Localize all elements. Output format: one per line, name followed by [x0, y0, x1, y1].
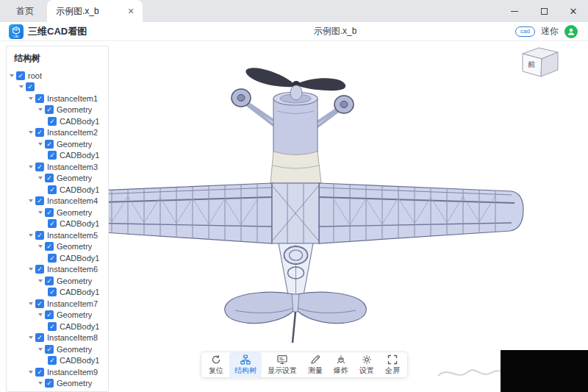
- tree-node[interactable]: ✓Geometry: [7, 173, 108, 185]
- tree-node[interactable]: ✓CADBody1: [7, 252, 108, 264]
- visibility-checkbox[interactable]: ✓: [35, 333, 44, 342]
- visibility-checkbox[interactable]: ✓: [48, 151, 57, 160]
- visibility-checkbox[interactable]: ✓: [45, 242, 54, 251]
- expand-arrow-icon[interactable]: [29, 302, 33, 305]
- mini-mode-label[interactable]: 迷你: [541, 25, 559, 38]
- expand-arrow-icon[interactable]: [29, 131, 33, 134]
- fullscreen-button[interactable]: 全屏: [380, 352, 405, 378]
- tree-node[interactable]: ✓InstanceItem7: [7, 298, 108, 310]
- visibility-checkbox[interactable]: ✓: [45, 345, 54, 354]
- visibility-checkbox[interactable]: ✓: [45, 208, 54, 217]
- tab-document[interactable]: 示例图.x_b ✕: [47, 0, 143, 22]
- tree-node[interactable]: ✓root: [7, 70, 108, 82]
- visibility-checkbox[interactable]: ✓: [45, 310, 54, 319]
- expand-arrow-icon[interactable]: [10, 74, 14, 77]
- visibility-checkbox[interactable]: ✓: [35, 368, 44, 377]
- expand-arrow-icon[interactable]: [29, 199, 33, 202]
- expand-arrow-icon[interactable]: [38, 279, 43, 282]
- expand-arrow-icon[interactable]: [38, 348, 43, 351]
- visibility-checkbox[interactable]: ✓: [45, 140, 54, 149]
- tree-node[interactable]: ✓Geometry: [7, 207, 108, 218]
- expand-arrow-icon[interactable]: [38, 108, 43, 111]
- tree-node-label: CADBody1: [60, 288, 99, 296]
- visibility-checkbox[interactable]: ✓: [45, 379, 54, 388]
- tab-home[interactable]: 首页: [0, 0, 47, 22]
- tree-node[interactable]: ✓InstanceItem2: [7, 127, 108, 139]
- tree-node[interactable]: ✓CADBody1: [7, 355, 108, 367]
- settings-button[interactable]: 设置: [354, 352, 379, 378]
- visibility-checkbox[interactable]: ✓: [35, 128, 44, 137]
- measure-button[interactable]: 测量: [303, 352, 328, 378]
- visibility-checkbox[interactable]: ✓: [48, 219, 57, 228]
- tree-node[interactable]: ✓Geometry: [7, 241, 108, 253]
- minimize-button[interactable]: [500, 0, 529, 22]
- tree-node[interactable]: ✓CADBody1: [7, 218, 108, 230]
- tree-node[interactable]: ✓: [7, 82, 108, 93]
- visibility-checkbox[interactable]: ✓: [35, 196, 44, 205]
- expand-arrow-icon[interactable]: [29, 336, 33, 339]
- reset-view-button[interactable]: 复位: [204, 352, 229, 378]
- app-logo-icon: CAD: [9, 24, 24, 39]
- visibility-checkbox[interactable]: ✓: [45, 277, 54, 285]
- visibility-checkbox[interactable]: ✓: [45, 105, 54, 114]
- maximize-button[interactable]: [529, 0, 559, 22]
- visibility-checkbox[interactable]: ✓: [26, 82, 35, 91]
- customer-service-icon[interactable]: [564, 25, 578, 38]
- visibility-checkbox[interactable]: ✓: [48, 254, 57, 263]
- visibility-checkbox[interactable]: ✓: [35, 265, 44, 274]
- tree-node[interactable]: ✓CADBody1: [7, 115, 108, 127]
- visibility-checkbox[interactable]: ✓: [35, 299, 44, 308]
- tree-node[interactable]: ✓CADBody1: [7, 184, 108, 196]
- visibility-checkbox[interactable]: ✓: [16, 71, 25, 80]
- tree-node[interactable]: ✓CADBody1: [7, 287, 108, 299]
- visibility-checkbox[interactable]: ✓: [45, 174, 54, 182]
- minimize-icon: [511, 11, 518, 12]
- tree-node[interactable]: ✓InstanceItem3: [7, 161, 108, 173]
- explode-button[interactable]: 爆炸: [329, 352, 354, 378]
- bottom-toolbar: 复位 结构树 显示设置 测量: [201, 352, 408, 378]
- structure-tree-button[interactable]: 结构树: [229, 352, 262, 378]
- visibility-checkbox[interactable]: ✓: [48, 322, 57, 331]
- tree-node[interactable]: ✓InstanceItem6: [7, 264, 108, 276]
- tree-node[interactable]: ✓Geometry: [7, 104, 108, 116]
- expand-arrow-icon[interactable]: [29, 371, 33, 374]
- expand-arrow-icon[interactable]: [19, 85, 24, 88]
- expand-arrow-icon[interactable]: [38, 211, 43, 214]
- expand-arrow-icon[interactable]: [38, 177, 43, 179]
- expand-arrow-icon[interactable]: [38, 382, 43, 385]
- expand-arrow-icon[interactable]: [38, 245, 43, 248]
- visibility-checkbox[interactable]: ✓: [35, 163, 44, 171]
- visibility-checkbox[interactable]: ✓: [35, 94, 44, 103]
- tree-node[interactable]: ✓Geometry: [7, 310, 108, 321]
- expand-arrow-icon[interactable]: [38, 313, 43, 316]
- expand-arrow-icon[interactable]: [38, 143, 43, 146]
- expand-arrow-icon[interactable]: [29, 165, 33, 168]
- tree-node[interactable]: ✓InstanceItem9: [7, 366, 108, 378]
- expand-arrow-icon[interactable]: [29, 268, 33, 271]
- visibility-checkbox[interactable]: ✓: [48, 185, 57, 194]
- view-cube[interactable]: 前: [517, 42, 564, 79]
- tree-node[interactable]: ✓Geometry: [7, 343, 108, 355]
- tree-node[interactable]: ✓Geometry: [7, 138, 108, 150]
- tree-node[interactable]: ✓Geometry: [7, 378, 108, 390]
- visibility-checkbox[interactable]: ✓: [48, 356, 57, 365]
- tree-node[interactable]: ✓InstanceItem8: [7, 332, 108, 344]
- expand-arrow-icon[interactable]: [29, 234, 33, 237]
- tree-node[interactable]: ✓InstanceItem1: [7, 93, 108, 104]
- tree-node[interactable]: ✓InstanceItem5: [7, 229, 108, 241]
- close-button[interactable]: ✕: [559, 0, 588, 22]
- visibility-checkbox[interactable]: ✓: [48, 117, 57, 126]
- visibility-checkbox[interactable]: ✓: [48, 288, 57, 296]
- tab-close-icon[interactable]: ✕: [125, 5, 137, 17]
- tree-node[interactable]: ✓Geometry: [7, 275, 108, 287]
- tree-node[interactable]: ✓CADBody1: [7, 150, 108, 162]
- tree-node[interactable]: ✓InstanceItem4: [7, 196, 108, 207]
- tab-document-label: 示例图.x_b: [56, 5, 125, 18]
- settings-icon: [362, 354, 372, 365]
- viewport-3d-canvas[interactable]: [109, 41, 588, 392]
- tree-node[interactable]: ✓CADBody1: [7, 321, 108, 332]
- tree-node-label: CADBody1: [60, 254, 99, 263]
- visibility-checkbox[interactable]: ✓: [35, 231, 44, 240]
- display-settings-button[interactable]: 显示设置: [262, 352, 302, 378]
- expand-arrow-icon[interactable]: [29, 97, 33, 100]
